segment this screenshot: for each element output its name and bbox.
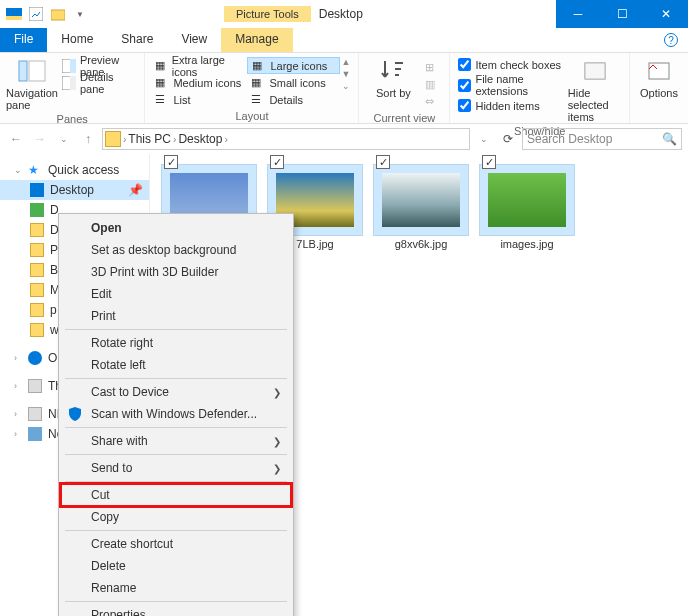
menu-item-label: Rotate right (91, 336, 153, 350)
menu-item-properties[interactable]: Properties (61, 604, 291, 616)
file-name-ext-checkbox[interactable]: File name extensions (456, 72, 567, 98)
item-check-boxes-checkbox[interactable]: Item check boxes (456, 57, 567, 72)
file-item[interactable]: ✓ images.jpg (478, 164, 576, 250)
layout-scroll-down-icon[interactable]: ▼ (342, 69, 351, 79)
up-button[interactable]: ↑ (78, 129, 98, 149)
tab-manage[interactable]: Manage (221, 28, 292, 52)
breadcrumb-thispc[interactable]: This PC (128, 132, 171, 146)
chevron-right-icon[interactable]: › (224, 134, 227, 145)
forward-button[interactable]: → (30, 129, 50, 149)
maximize-button[interactable]: ☐ (600, 0, 644, 28)
svg-rect-4 (19, 61, 27, 81)
expand-icon[interactable]: › (14, 353, 22, 363)
sort-by-button[interactable]: Sort by (365, 57, 421, 99)
checkbox-icon[interactable]: ✓ (164, 155, 178, 169)
menu-item-create-shortcut[interactable]: Create shortcut (61, 533, 291, 555)
large-icons-button[interactable]: ▦Large icons (247, 57, 339, 74)
details-pane-icon (62, 76, 76, 90)
medium-icons-button[interactable]: ▦Medium icons (151, 74, 247, 91)
search-input[interactable]: Search Desktop 🔍 (522, 128, 682, 150)
group-by-button[interactable]: ⊞ (421, 59, 443, 76)
navigation-pane-label: Navigation pane (6, 87, 58, 111)
help-icon[interactable]: ? (664, 33, 678, 47)
expand-icon[interactable]: › (14, 381, 22, 391)
qat-properties-icon[interactable] (26, 4, 46, 24)
menu-item-print[interactable]: Print (61, 305, 291, 327)
menu-item-rename[interactable]: Rename (61, 577, 291, 599)
details-pane-button[interactable]: Details pane (58, 74, 138, 91)
ribbon-group-showhide: Item check boxes File name extensions Hi… (450, 53, 630, 123)
details-view-button[interactable]: ☰Details (247, 91, 339, 108)
tab-file[interactable]: File (0, 28, 47, 52)
minimize-button[interactable]: ─ (556, 0, 600, 28)
recent-dropdown[interactable]: ⌄ (54, 129, 74, 149)
menu-item-label: Send to (91, 461, 132, 475)
folder-icon (30, 223, 44, 237)
ribbon-group-current-view: Sort by ⊞ ▥ ⇔ Current view (359, 53, 450, 123)
back-button[interactable]: ← (6, 129, 26, 149)
sidebar-item-desktop[interactable]: Desktop📌 (0, 180, 149, 200)
quick-access-toolbar: ▼ (0, 4, 94, 24)
menu-item-3d-print-with-3d-builder[interactable]: 3D Print with 3D Builder (61, 261, 291, 283)
breadcrumb[interactable]: › This PC › Desktop › (102, 128, 470, 150)
svg-rect-5 (29, 61, 45, 81)
layout-more-icon[interactable]: ⌄ (342, 81, 351, 91)
menu-separator (65, 454, 287, 455)
layout-scroll-up-icon[interactable]: ▲ (342, 57, 351, 67)
tab-home[interactable]: Home (47, 28, 107, 52)
extra-large-icons-button[interactable]: ▦Extra large icons (151, 57, 247, 74)
menu-item-rotate-left[interactable]: Rotate left (61, 354, 291, 376)
menu-item-label: Copy (91, 510, 119, 524)
menu-item-open[interactable]: Open (61, 217, 291, 239)
navigation-pane-button[interactable]: Navigation pane (6, 57, 58, 111)
menu-item-label: 3D Print with 3D Builder (91, 265, 218, 279)
breadcrumb-desktop[interactable]: Desktop (178, 132, 222, 146)
tab-view[interactable]: View (167, 28, 221, 52)
hide-selected-button[interactable]: Hide selected items (568, 57, 623, 123)
thumbnail: ✓ (373, 164, 469, 236)
columns-icon: ▥ (425, 78, 439, 92)
options-button[interactable]: Options (636, 57, 682, 99)
qat-dropdown-icon[interactable]: ▼ (70, 4, 90, 24)
qat-newfolder-icon[interactable] (48, 4, 68, 24)
add-columns-button[interactable]: ▥ (421, 76, 443, 93)
chevron-right-icon[interactable]: › (173, 134, 176, 145)
menu-item-send-to[interactable]: Send to❯ (61, 457, 291, 479)
large-icons-icon: ▦ (252, 59, 266, 73)
menu-item-cast-to-device[interactable]: Cast to Device❯ (61, 381, 291, 403)
tab-share[interactable]: Share (107, 28, 167, 52)
checkbox-icon[interactable]: ✓ (270, 155, 284, 169)
menu-item-edit[interactable]: Edit (61, 283, 291, 305)
refresh-button[interactable]: ⟳ (498, 129, 518, 149)
checkbox-icon[interactable]: ✓ (482, 155, 496, 169)
svg-rect-9 (70, 76, 76, 90)
chevron-right-icon: ❯ (273, 463, 281, 474)
ribbon-collapse-icon[interactable]: ゝ (648, 33, 658, 47)
hidden-items-checkbox[interactable]: Hidden items (456, 98, 567, 113)
expand-icon[interactable]: › (14, 429, 22, 439)
expand-icon[interactable]: › (14, 409, 22, 419)
chevron-right-icon[interactable]: › (123, 134, 126, 145)
menu-item-share-with[interactable]: Share with❯ (61, 430, 291, 452)
menu-item-label: Open (91, 221, 122, 235)
close-button[interactable]: ✕ (644, 0, 688, 28)
address-dropdown[interactable]: ⌄ (474, 129, 494, 149)
menu-item-delete[interactable]: Delete (61, 555, 291, 577)
sidebar-item-quick-access[interactable]: ⌄★Quick access (0, 160, 149, 180)
menu-item-rotate-right[interactable]: Rotate right (61, 332, 291, 354)
list-button[interactable]: ☰List (151, 91, 247, 108)
expand-icon[interactable]: ⌄ (14, 165, 22, 175)
ribbon-tabs: File Home Share View Manage ゝ ? (0, 28, 688, 52)
chevron-right-icon: ❯ (273, 436, 281, 447)
menu-item-scan-with-windows-defender-[interactable]: Scan with Windows Defender... (61, 403, 291, 425)
ribbon-group-options: Options (630, 53, 688, 123)
small-icons-button[interactable]: ▦Small icons (247, 74, 339, 91)
menu-item-cut[interactable]: Cut (61, 484, 291, 506)
file-item[interactable]: ✓ g8xv6k.jpg (372, 164, 470, 250)
menu-item-set-as-desktop-background[interactable]: Set as desktop background (61, 239, 291, 261)
checkbox-icon[interactable]: ✓ (376, 155, 390, 169)
menu-item-copy[interactable]: Copy (61, 506, 291, 528)
file-label: g8xv6k.jpg (395, 238, 448, 250)
svg-rect-7 (70, 59, 76, 73)
size-columns-button[interactable]: ⇔ (421, 93, 443, 110)
